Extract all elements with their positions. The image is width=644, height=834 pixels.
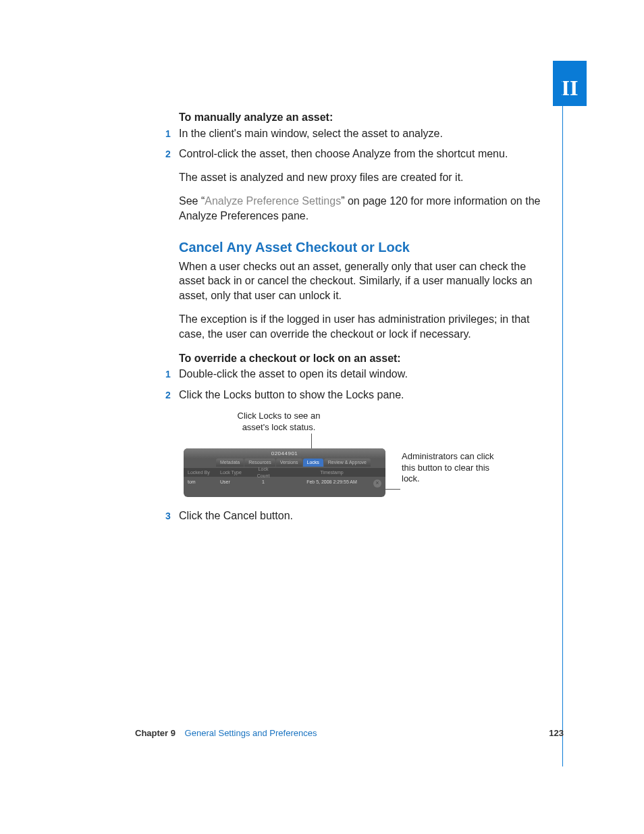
table-row: tom User 1 Feb 5, 2008 2:29:55 AM [184,477,385,487]
callout-leader-line [383,489,400,490]
tab-metadata[interactable]: Metadata [216,459,244,467]
footer-left: Chapter 9 General Settings and Preferenc… [135,728,317,738]
step-number: 1 [165,367,171,382]
tab-resources[interactable]: Resources [244,459,275,467]
tab-locks[interactable]: Locks [303,459,323,467]
chapter-label: Chapter 9 [135,728,176,738]
locks-pane-screenshot: 02044901 Metadata Resources Versions Loc… [184,448,385,497]
callout-leader-line [311,434,312,448]
figure: Click Locks to see an asset's lock statu… [179,411,543,509]
page-number: 123 [549,728,564,738]
body-paragraph: The exception is if the logged in user h… [179,312,543,341]
part-tab: II [553,61,587,106]
callout-top: Click Locks to see an asset's lock statu… [232,411,326,433]
steps-list-1: 1 In the client's main window, select th… [179,126,543,161]
step-number: 2 [165,388,171,402]
cell-lock-count: 1 [248,479,278,485]
subsection-heading: Cancel Any Asset Checkout or Lock [179,238,543,257]
tabs: Metadata Resources Versions Locks Review… [216,459,371,467]
body-paragraph: When a user checks out an asset, general… [179,259,543,303]
step-text: Click the Locks button to show the Locks… [179,389,404,400]
step-text: In the client's main window, select the … [179,128,443,139]
col-timestamp: Timestamp [278,469,385,475]
tab-row: Metadata Resources Versions Locks Review… [184,459,385,468]
section-heading: To override a checkout or lock on an ass… [179,351,543,366]
col-locked-by: Locked By [184,469,216,475]
steps-list-3: 3 Click the Cancel button. [179,509,543,523]
body-paragraph: See “Analyze Preference Settings” on pag… [179,194,543,223]
step-item: 2 Control-click the asset, then choose A… [179,147,543,161]
body-paragraph: The asset is analyzed and new proxy file… [179,170,543,185]
callout-text: Administrators can click this button to … [402,451,494,484]
text: See “ [179,195,205,207]
callout-right: Administrators can click this button to … [402,451,510,484]
cell-timestamp: Feb 5, 2008 2:29:55 AM [278,479,385,485]
page-footer: Chapter 9 General Settings and Preferenc… [135,728,564,738]
close-icon: × [375,479,379,486]
step-item: 2 Click the Locks button to show the Loc… [179,388,543,402]
step-number: 2 [165,147,171,161]
step-text: Double-click the asset to open its detai… [179,368,408,380]
section-heading: To manually analyze an asset: [179,110,543,125]
step-number: 1 [165,126,171,141]
callout-text: Click Locks to see an asset's lock statu… [238,411,321,432]
chapter-title: General Settings and Preferences [185,728,317,738]
cross-reference-link[interactable]: Analyze Preference Settings [205,195,341,207]
col-lock-type: Lock Type [216,469,248,475]
step-item: 1 Double-click the asset to open its det… [179,367,543,382]
steps-list-2: 1 Double-click the asset to open its det… [179,367,543,402]
step-item: 1 In the client's main window, select th… [179,126,543,141]
page-rule [562,61,563,766]
table-header-row: Locked By Lock Type Lock Count Timestamp [184,468,385,477]
window-titlebar: 02044901 [184,448,385,459]
page-content: To manually analyze an asset: 1 In the c… [179,110,543,532]
cell-lock-type: User [216,479,248,485]
step-text: Click the Cancel button. [179,510,293,521]
step-number: 3 [165,509,171,523]
tab-versions[interactable]: Versions [276,459,302,467]
tab-review-approve[interactable]: Review & Approve [324,459,371,467]
step-item: 3 Click the Cancel button. [179,509,543,523]
step-text: Control-click the asset, then choose Ana… [179,148,508,159]
cell-locked-by: tom [184,479,216,485]
